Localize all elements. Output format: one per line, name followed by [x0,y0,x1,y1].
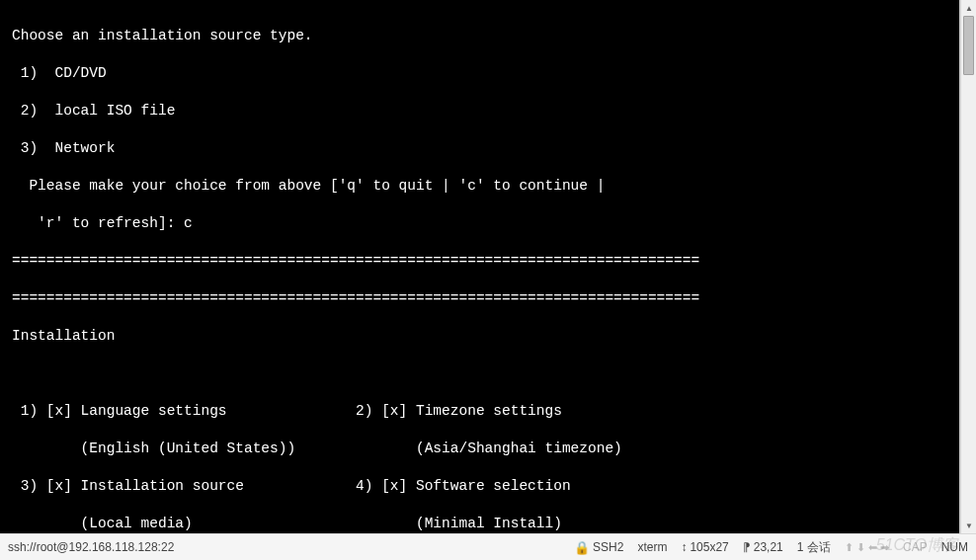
app-status-bar: ssh://root@192.168.118.128:22 🔒SSH2 xter… [0,533,976,560]
text-line: 3) Network [12,139,947,158]
terminal-output[interactable]: Choose an installation source type. 1) C… [0,0,959,560]
text-line: 'r' to refresh]: c [12,214,947,233]
scroll-track[interactable] [961,16,976,518]
position-icon: ⁋ [743,540,751,554]
scroll-thumb[interactable] [963,16,974,75]
num-indicator: NUM [941,540,968,554]
scroll-up-arrow[interactable]: ▲ [961,0,976,16]
session-count: 1 会话 [797,539,831,556]
terminal-area[interactable]: Choose an installation source type. 1) C… [0,0,960,533]
connection-string: ssh://root@192.168.118.128:22 [8,540,560,554]
text-line: Please make your choice from above ['q' … [12,177,947,196]
text-line: Choose an installation source type. [12,27,947,45]
term-type: xterm [637,540,667,554]
divider-line: ========================================… [12,289,947,308]
vertical-scrollbar[interactable]: ▲ ▼ [960,0,976,533]
caps-indicator: CAP [903,540,928,554]
term-size: ↕ 105x27 [681,540,728,554]
cursor-position: ⁋ 23,21 [743,540,783,554]
section-header: Installation [12,327,947,346]
ssh-indicator: 🔒SSH2 [574,540,623,555]
divider-line: ========================================… [12,252,947,271]
scroll-down-arrow[interactable]: ▼ [961,518,976,533]
resize-icon: ↕ [681,540,687,554]
text-line: 1) CD/DVD [12,64,947,83]
menu-row-detail: (English (United States)) (Asia/Shanghai… [12,440,947,458]
blank-line [12,364,947,383]
text-line: 2) local ISO file [12,102,947,120]
menu-row: 3) [x] Installation source 4) [x] Softwa… [12,477,947,496]
menu-row-detail: (Local media) (Minimal Install) [12,515,947,533]
lock-icon: 🔒 [574,540,590,555]
nav-arrows[interactable]: ⬆ ⬇ ⬅ ➡ [845,541,889,554]
menu-row: 1) [x] Language settings 2) [x] Timezone… [12,402,947,421]
